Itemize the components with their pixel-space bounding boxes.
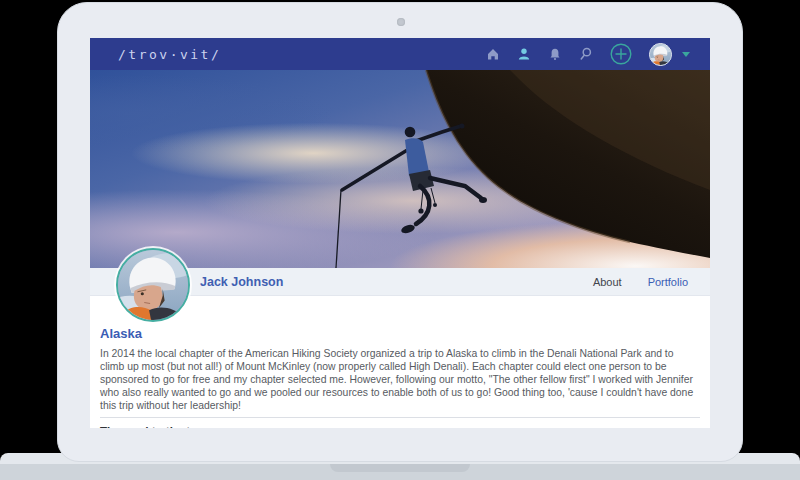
story-paragraph: In 2014 the local chapter of the America… [100,347,700,412]
device-stand-notch [330,464,470,472]
profile-name: Jack Johnson [200,275,283,289]
home-icon[interactable] [486,47,500,61]
section-title: Alaska [100,326,700,341]
profile-tabs: About Portfolio [593,276,688,288]
app-screen: /trov·vit/ [90,38,710,428]
top-navbar: /trov·vit/ [90,38,710,70]
notifications-bell-icon[interactable] [548,47,562,61]
chevron-down-icon[interactable] [682,52,690,57]
tab-about[interactable]: About [593,276,622,288]
climber-cliff-illustration [90,70,710,268]
profile-icon[interactable] [517,47,531,61]
account-avatar[interactable] [649,43,672,66]
main-content: Alaska In 2014 the local chapter of the … [90,296,710,428]
cover-photo [90,70,710,268]
app-logo: /trov·vit/ [118,47,221,62]
tab-portfolio[interactable]: Portfolio [648,276,688,288]
tablet-device-frame: /trov·vit/ [57,2,743,462]
section-subheading: The road to the top [100,425,700,428]
profile-avatar[interactable] [116,248,190,322]
search-icon[interactable] [579,47,593,61]
add-plus-icon[interactable] [610,43,632,65]
camera-dot [397,18,405,26]
navbar-icons [486,43,690,66]
section-divider [100,417,700,418]
